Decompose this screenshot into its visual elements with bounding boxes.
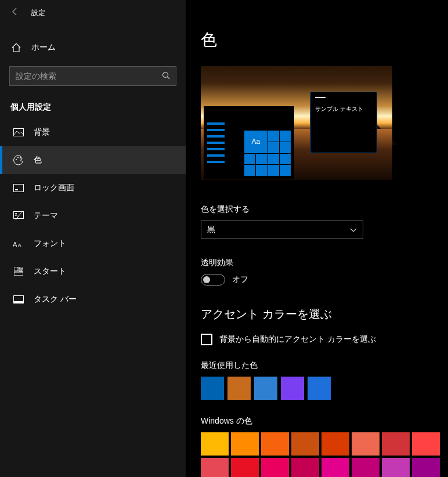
svg-rect-6 — [14, 185, 24, 192]
recent-colors-label: 最近使用した色 — [201, 360, 433, 371]
sidebar-item-taskbar[interactable]: タスク バー — [0, 286, 186, 313]
chevron-down-icon — [350, 225, 357, 234]
color-swatch[interactable] — [291, 458, 319, 477]
preview-window-bar — [315, 97, 326, 98]
toggle-knob — [203, 276, 210, 283]
color-swatch[interactable] — [261, 458, 289, 477]
color-swatch[interactable] — [231, 432, 259, 456]
preview-tiles: Aa — [244, 131, 291, 176]
page-title: 色 — [201, 29, 433, 51]
home-icon — [10, 42, 22, 53]
search-wrap — [0, 62, 186, 91]
svg-point-0 — [163, 72, 168, 77]
home-label: ホーム — [31, 42, 56, 53]
nav-label: タスク バー — [34, 294, 77, 305]
sidebar-item-start[interactable]: スタート — [0, 258, 186, 286]
title-bar: 設定 — [0, 1, 186, 24]
nav-label: スタート — [34, 266, 66, 277]
auto-accent-checkbox[interactable] — [201, 334, 212, 345]
color-swatch[interactable] — [382, 458, 410, 477]
sidebar-item-fonts[interactable]: AA フォント — [0, 230, 186, 258]
svg-rect-15 — [14, 272, 23, 276]
taskbar-icon — [13, 294, 24, 305]
color-swatch[interactable] — [281, 377, 304, 400]
svg-rect-2 — [14, 129, 24, 136]
color-preview: Aa サンプル テキスト — [201, 66, 392, 180]
lockscreen-icon — [13, 182, 24, 194]
choose-color-label: 色を選択する — [201, 204, 433, 215]
auto-accent-row[interactable]: 背景から自動的にアクセント カラーを選ぶ — [201, 334, 433, 345]
svg-rect-17 — [14, 301, 24, 303]
color-swatch[interactable] — [231, 458, 259, 477]
color-swatch[interactable] — [412, 458, 440, 477]
nav-label: 色 — [34, 155, 42, 165]
color-swatch[interactable] — [352, 458, 380, 477]
sidebar-item-background[interactable]: 背景 — [0, 118, 186, 146]
app-title: 設定 — [31, 8, 45, 18]
search-icon — [162, 71, 170, 81]
preview-app-list — [207, 122, 225, 167]
nav-label: 背景 — [34, 127, 50, 138]
choose-color-select[interactable]: 黒 — [201, 221, 363, 239]
color-swatch[interactable] — [261, 432, 289, 456]
search-input[interactable] — [16, 71, 162, 81]
preview-start-menu: Aa — [204, 106, 294, 179]
color-swatch[interactable] — [412, 432, 440, 456]
svg-rect-8 — [14, 212, 24, 219]
svg-point-3 — [16, 159, 17, 160]
accent-heading: アクセント カラーを選ぶ — [201, 306, 433, 322]
nav-label: テーマ — [34, 211, 58, 221]
recent-colors — [201, 377, 433, 400]
nav-label: ロック画面 — [34, 183, 74, 193]
color-swatch[interactable] — [254, 377, 277, 400]
color-swatch[interactable] — [382, 432, 410, 456]
svg-rect-11 — [14, 267, 18, 271]
color-swatch[interactable] — [201, 377, 224, 400]
sidebar: 設定 ホーム 個人用設定 背景 色 ロック画面 — [0, 0, 186, 477]
color-swatch[interactable] — [321, 432, 349, 456]
sidebar-section-header: 個人用設定 — [0, 91, 186, 118]
toggle-state: オフ — [232, 274, 248, 285]
color-swatch[interactable] — [291, 432, 319, 456]
svg-rect-7 — [15, 189, 18, 190]
svg-rect-14 — [21, 270, 23, 272]
svg-rect-13 — [19, 270, 21, 272]
svg-line-1 — [168, 77, 170, 79]
main-content: 色 Aa サンプル テキスト 色を選択する 黒 透明効果 オフ — [186, 0, 448, 477]
transparency-label: 透明効果 — [201, 258, 433, 268]
transparency-row: オフ — [201, 274, 433, 286]
preview-tile-aa: Aa — [244, 131, 268, 153]
search-input-box[interactable] — [9, 66, 176, 86]
back-icon[interactable] — [10, 7, 20, 19]
windows-colors-label: Windows の色 — [201, 416, 433, 427]
auto-accent-label: 背景から自動的にアクセント カラーを選ぶ — [219, 334, 376, 345]
color-swatch[interactable] — [227, 377, 251, 400]
font-icon: AA — [13, 238, 24, 250]
sidebar-item-themes[interactable]: テーマ — [0, 202, 186, 230]
transparency-toggle[interactable] — [201, 274, 225, 286]
start-icon — [13, 266, 24, 277]
svg-point-4 — [17, 157, 19, 158]
svg-point-5 — [20, 157, 21, 158]
windows-colors — [201, 432, 433, 477]
picture-icon — [13, 127, 24, 138]
preview-window: サンプル テキスト — [310, 92, 377, 153]
preview-sample-text: サンプル テキスト — [315, 105, 372, 113]
palette-icon — [13, 154, 24, 166]
select-value: 黒 — [207, 225, 215, 235]
color-swatch[interactable] — [321, 458, 349, 477]
nav-label: フォント — [34, 238, 66, 249]
color-swatch[interactable] — [201, 458, 229, 477]
svg-text:A: A — [18, 243, 21, 248]
theme-icon — [13, 210, 24, 222]
svg-rect-12 — [19, 267, 23, 269]
sidebar-item-home[interactable]: ホーム — [0, 34, 186, 62]
color-swatch[interactable] — [201, 432, 229, 456]
sidebar-item-lockscreen[interactable]: ロック画面 — [0, 174, 186, 202]
svg-text:A: A — [13, 241, 17, 248]
sidebar-item-colors[interactable]: 色 — [0, 146, 186, 174]
color-swatch[interactable] — [352, 432, 380, 456]
color-swatch[interactable] — [308, 377, 331, 400]
